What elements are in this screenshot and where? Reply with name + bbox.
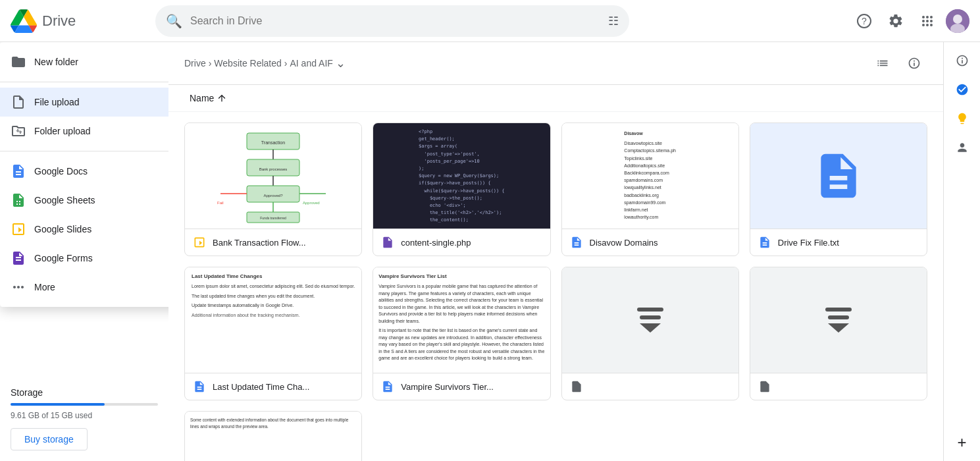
file-name: Drive Fix File.txt xyxy=(778,238,919,248)
file-name: Disavow Domains xyxy=(590,238,731,248)
file-preview: <?php get_header(); $args = array( 'post… xyxy=(373,123,550,229)
file-type-icon xyxy=(758,236,771,249)
files-grid: Transaction Bank processes Approved? Fai… xyxy=(168,112,943,461)
keep-panel-button[interactable] xyxy=(949,105,975,132)
search-icon: 🔍 xyxy=(166,13,182,29)
downward-arrows-2 xyxy=(825,308,852,333)
google-docs-label: Google Docs xyxy=(34,166,168,176)
header-actions: ? xyxy=(851,8,969,34)
file-preview: Vampire Survivors Tier List Vampire Surv… xyxy=(373,267,550,373)
file-type-icon xyxy=(381,380,394,393)
file-name: content-single.php xyxy=(401,238,542,248)
settings-button[interactable] xyxy=(883,8,909,34)
gsheets-icon xyxy=(11,192,26,208)
downward-arrows xyxy=(637,308,663,333)
file-card[interactable]: Some content with extended information a… xyxy=(184,411,362,461)
file-upload-item[interactable]: File upload xyxy=(0,88,168,117)
main-layout: New folder File upload Folder upload xyxy=(0,42,980,461)
file-type-icon xyxy=(381,236,394,249)
info-button[interactable] xyxy=(901,50,927,76)
file-info: content-single.php xyxy=(373,229,550,256)
apps-button[interactable] xyxy=(914,8,941,34)
breadcrumb: Drive › Website Related › AI and AIF ⌄ xyxy=(168,42,943,85)
file-upload-label: File upload xyxy=(34,97,168,107)
file-card[interactable] xyxy=(561,267,739,400)
file-type-icon xyxy=(193,380,206,393)
svg-point-3 xyxy=(953,14,962,24)
file-info: Bank Transaction Flow... xyxy=(185,229,361,256)
buy-storage-button[interactable]: Buy storage xyxy=(11,428,88,450)
google-sheets-label: Google Sheets xyxy=(34,195,168,205)
search-input[interactable] xyxy=(190,15,600,27)
breadcrumb-website[interactable]: Website Related xyxy=(214,58,281,68)
file-info: Vampire Survivors Tier... xyxy=(373,373,550,400)
search-options-icon[interactable]: ☷ xyxy=(608,14,619,28)
right-sidebar-bottom: + xyxy=(949,429,975,456)
storage-bar-bg xyxy=(11,403,158,406)
breadcrumb-sep-1: › xyxy=(209,58,212,68)
google-sheets-item[interactable]: Google Sheets › xyxy=(0,186,168,215)
contacts-panel-button[interactable] xyxy=(949,134,975,161)
breadcrumb-drive[interactable]: Drive xyxy=(184,58,206,68)
details-panel-button[interactable] xyxy=(949,47,975,74)
more-item[interactable]: More › xyxy=(0,273,168,302)
search-bar[interactable]: 🔍 ☷ xyxy=(155,5,629,37)
file-type-icon xyxy=(193,236,206,249)
file-preview: Disavow Disavowtopics.site Comptactopics… xyxy=(562,123,738,229)
storage-bar-fill xyxy=(11,403,105,406)
list-view-button[interactable] xyxy=(869,50,896,76)
app-header: Drive 🔍 ☷ ? xyxy=(0,0,980,42)
right-sidebar: + xyxy=(943,42,980,461)
file-info: Drive Fix File.txt xyxy=(750,229,927,256)
svg-text:Bank processes: Bank processes xyxy=(259,167,288,171)
sort-label: Name xyxy=(190,93,214,103)
folder-icon xyxy=(11,54,26,70)
file-card[interactable]: Vampire Survivors Tier List Vampire Surv… xyxy=(373,267,550,400)
sort-by-name-button[interactable]: Name xyxy=(184,90,232,106)
file-preview xyxy=(562,267,738,373)
user-avatar[interactable] xyxy=(946,9,969,33)
add-panel-button[interactable]: + xyxy=(949,429,975,456)
file-type-icon xyxy=(570,380,583,393)
file-card[interactable]: Last Updated Time Changes Lorem ipsum do… xyxy=(184,267,362,400)
content-area: Drive › Website Related › AI and AIF ⌄ xyxy=(168,42,943,461)
svg-text:Fail: Fail xyxy=(217,201,224,205)
logo-area: Drive xyxy=(11,8,155,34)
file-name: Bank Transaction Flow... xyxy=(213,238,353,248)
new-folder-item[interactable]: New folder xyxy=(0,47,168,76)
file-info xyxy=(750,373,927,400)
storage-label: Storage xyxy=(11,387,158,398)
google-slides-item[interactable]: Google Slides › xyxy=(0,215,168,244)
gslides-icon xyxy=(11,221,26,237)
tasks-panel-button[interactable] xyxy=(949,76,975,103)
folder-upload-label: Folder upload xyxy=(34,126,168,136)
new-item-dropdown: New folder File upload Folder upload xyxy=(0,42,168,307)
file-card[interactable]: Disavow Disavowtopics.site Comptactopics… xyxy=(561,122,739,256)
file-card[interactable]: Transaction Bank processes Approved? Fai… xyxy=(184,122,362,256)
google-docs-item[interactable]: Google Docs › xyxy=(0,157,168,186)
file-type-icon xyxy=(570,236,583,249)
svg-text:Funds transferred: Funds transferred xyxy=(260,216,286,220)
breadcrumb-current-label: AI and AIF xyxy=(290,58,332,68)
gdocs-icon xyxy=(11,163,26,179)
file-preview: Some content with extended information a… xyxy=(185,412,361,461)
help-button[interactable]: ? xyxy=(851,8,877,34)
file-card[interactable]: Drive Fix File.txt xyxy=(750,122,927,256)
file-type-icon xyxy=(758,380,771,393)
google-forms-item[interactable]: Google Forms › xyxy=(0,244,168,273)
gforms-icon xyxy=(11,250,26,266)
breadcrumb-sep-2: › xyxy=(284,58,288,68)
file-card[interactable] xyxy=(750,267,927,400)
storage-section: Storage 9.61 GB of 15 GB used Buy storag… xyxy=(0,387,168,450)
breadcrumb-current[interactable]: AI and AIF ⌄ xyxy=(290,56,345,70)
folder-upload-item[interactable]: Folder upload xyxy=(0,117,168,146)
sidebar: New folder File upload Folder upload xyxy=(0,42,168,461)
folder-upload-icon xyxy=(11,123,26,139)
svg-text:Approved?: Approved? xyxy=(264,194,284,198)
file-preview xyxy=(750,267,927,373)
file-info: Last Updated Time Cha... xyxy=(185,373,361,400)
file-preview xyxy=(750,123,927,229)
more-label: More xyxy=(34,282,168,292)
file-card[interactable]: <?php get_header(); $args = array( 'post… xyxy=(373,122,550,256)
file-name: Last Updated Time Cha... xyxy=(213,382,353,392)
